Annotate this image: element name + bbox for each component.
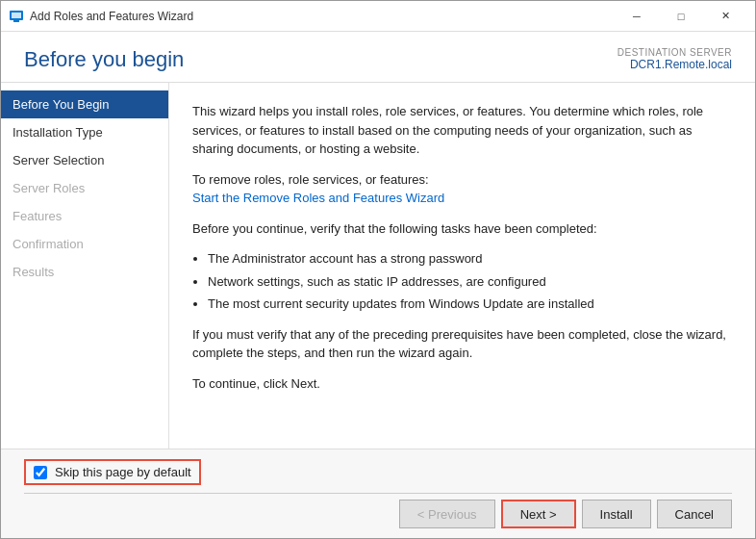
title-bar: Add Roles and Features Wizard ─ □ ✕ <box>1 1 755 32</box>
remove-roles-link[interactable]: Start the Remove Roles and Features Wiza… <box>192 191 444 205</box>
destination-server-info: DESTINATION SERVER DCR1.Remote.local <box>617 47 732 71</box>
verify-tasks-label: Before you continue, verify that the fol… <box>192 219 732 239</box>
skip-page-label: Skip this page by default <box>55 465 191 479</box>
list-item: Network settings, such as static IP addr… <box>208 272 732 292</box>
server-name: DCR1.Remote.local <box>617 58 732 71</box>
svg-rect-1 <box>12 13 21 18</box>
destination-label: DESTINATION SERVER <box>617 47 732 58</box>
sidebar-item-before-you-begin[interactable]: Before You Begin <box>1 90 168 118</box>
install-button[interactable]: Install <box>582 500 651 528</box>
sidebar-item-server-roles: Server Roles <box>1 174 168 202</box>
button-row: < Previous Next > Install Cancel <box>1 494 755 538</box>
sidebar-item-results: Results <box>1 258 168 286</box>
main-content: This wizard helps you install roles, rol… <box>169 83 755 449</box>
intro-paragraph: This wizard helps you install roles, rol… <box>192 102 732 159</box>
sidebar-item-installation-type[interactable]: Installation Type <box>1 118 168 146</box>
wizard-window: Add Roles and Features Wizard ─ □ ✕ Befo… <box>0 0 756 539</box>
remove-roles-label: To remove roles, role services, or featu… <box>192 170 732 208</box>
minimize-button[interactable]: ─ <box>615 1 659 32</box>
cancel-button[interactable]: Cancel <box>657 500 732 528</box>
close-button[interactable]: ✕ <box>703 1 747 32</box>
previous-button[interactable]: < Previous <box>399 500 495 528</box>
page-title: Before you begin <box>24 47 184 72</box>
footer: Skip this page by default < Previous Nex… <box>1 449 755 538</box>
continue-paragraph: To continue, click Next. <box>192 374 732 394</box>
checkbox-area: Skip this page by default <box>1 449 755 493</box>
window-controls: ─ □ ✕ <box>615 1 747 32</box>
prerequisites-list: The Administrator account has a strong p… <box>208 249 732 314</box>
sidebar: Before You Begin Installation Type Serve… <box>1 83 169 449</box>
sidebar-item-features: Features <box>1 202 168 230</box>
title-bar-left: Add Roles and Features Wizard <box>9 9 193 24</box>
header-area: Before you begin DESTINATION SERVER DCR1… <box>1 32 755 83</box>
skip-page-checkbox[interactable] <box>34 466 47 479</box>
maximize-button[interactable]: □ <box>659 1 703 32</box>
verify-paragraph: If you must verify that any of the prece… <box>192 325 732 363</box>
sidebar-item-confirmation: Confirmation <box>1 230 168 258</box>
skip-page-checkbox-wrapper[interactable]: Skip this page by default <box>24 459 201 485</box>
title-text: Add Roles and Features Wizard <box>30 10 193 23</box>
list-item: The most current security updates from W… <box>208 295 732 314</box>
svg-rect-2 <box>13 20 19 22</box>
next-button[interactable]: Next > <box>501 500 576 528</box>
app-icon <box>9 9 24 24</box>
content-area: Before You Begin Installation Type Serve… <box>1 83 755 449</box>
list-item: The Administrator account has a strong p… <box>208 249 732 269</box>
sidebar-item-server-selection[interactable]: Server Selection <box>1 146 168 174</box>
